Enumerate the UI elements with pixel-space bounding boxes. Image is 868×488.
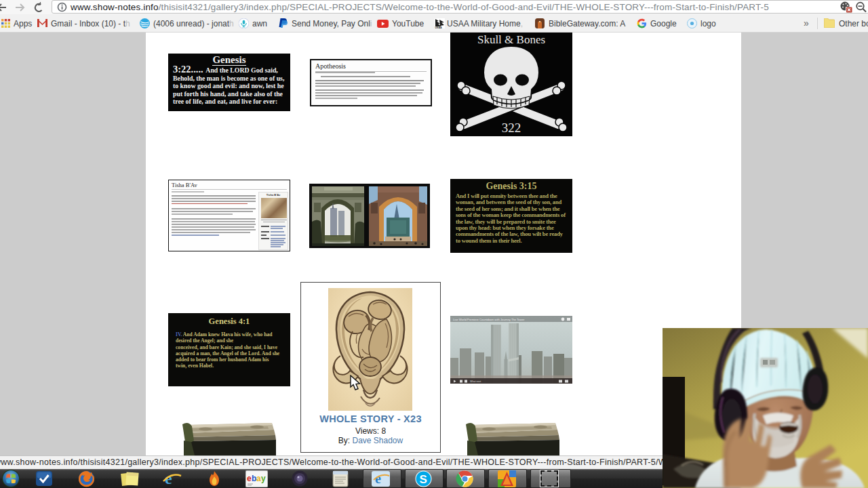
svg-text:a: a xyxy=(256,474,261,483)
svg-text:Skull & Bones: Skull & Bones xyxy=(477,33,545,46)
svg-text:322: 322 xyxy=(502,121,521,135)
svg-text:e: e xyxy=(247,474,252,483)
svg-text:S: S xyxy=(420,473,427,486)
svg-text:Live World Premiere Countdown: Live World Premiere Countdown with Journ… xyxy=(453,318,525,321)
svg-text:What next: What next xyxy=(470,380,481,383)
svg-text:y: y xyxy=(261,474,266,483)
